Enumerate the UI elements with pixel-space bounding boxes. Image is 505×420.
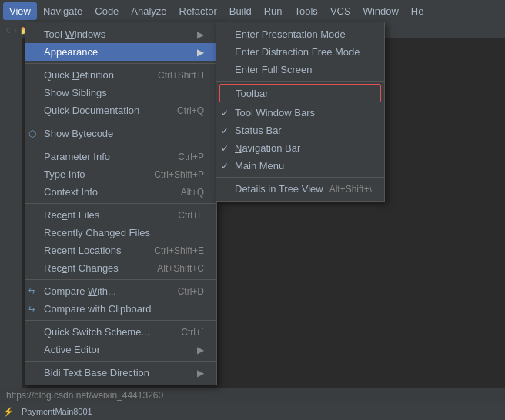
main-menu-label: Main Menu [235,160,284,172]
tool-window-bars-label: Tool Window Bars [235,107,315,118]
parameter-info-shortcut: Ctrl+P [178,152,204,162]
view-menu-quick-definition[interactable]: Quick Definition Ctrl+Shift+I [25,66,216,84]
details-tree-label: Details in Tree View [235,183,323,195]
appearance-submenu: Enter Presentation Mode Enter Distractio… [216,22,385,202]
appearance-main-menu[interactable]: ✓ Main Menu [216,157,384,175]
appearance-separator-1 [216,81,384,82]
compare-with-shortcut: Ctrl+D [178,286,204,297]
compare-icon: ⇆ [28,287,35,295]
active-editor-label: Active Editor [44,344,100,355]
appearance-separator-2 [216,177,384,178]
main-menu-check: ✓ [221,161,229,172]
menu-bar: View Navigate Code Analyze Refactor Buil… [0,0,505,22]
quick-definition-label: Quick Definition [44,69,114,81]
view-menu-type-info[interactable]: Type Info Ctrl+Shift+P [25,165,216,183]
view-menu-context-info[interactable]: Context Info Alt+Q [25,183,216,201]
menu-item-code[interactable]: Code [89,2,125,20]
menu-item-help[interactable]: He [405,2,430,20]
menu-item-run[interactable]: Run [258,2,289,20]
compare-clipboard-label: Compare with Clipboard [44,303,151,315]
full-screen-label: Enter Full Screen [235,64,312,75]
context-info-label: Context Info [44,186,98,198]
view-menu-bidi-text[interactable]: Bidi Text Base Direction ▶ [25,364,216,382]
type-info-shortcut: Ctrl+Shift+P [154,169,204,180]
recent-files-label: Recent Files [44,209,99,221]
appearance-full-screen[interactable]: Enter Full Screen [216,61,384,78]
recent-changes-shortcut: Alt+Shift+C [157,263,204,274]
view-menu-compare-clipboard[interactable]: ⇆ Compare with Clipboard [25,300,216,318]
recent-locations-shortcut: Ctrl+Shift+E [154,245,204,256]
recently-changed-label: Recently Changed Files [44,227,150,238]
separator-4 [25,203,216,204]
appearance-presentation-mode[interactable]: Enter Presentation Mode [216,25,384,43]
status-bar-check: ✓ [221,125,229,136]
quick-switch-shortcut: Ctrl+` [181,327,204,338]
recent-changes-label: Recent Changes [44,262,119,274]
bidi-text-label: Bidi Text Base Direction [44,367,149,378]
separator-2 [25,122,216,122]
arrow-icon: ▶ [197,47,204,58]
appearance-distraction-free[interactable]: Enter Distraction Free Mode [216,43,384,61]
appearance-label: Appearance [44,46,98,58]
view-menu-recently-changed[interactable]: Recently Changed Files [25,224,216,242]
view-menu-tool-windows[interactable]: Tool Windows ▶ [25,25,216,43]
menu-item-tools[interactable]: Tools [289,2,324,20]
menu-item-vcs[interactable]: VCS [324,2,357,20]
quick-documentation-label: Quick Documentation [44,105,139,116]
presentation-mode-label: Enter Presentation Mode [235,28,346,40]
separator-3 [25,145,216,145]
menu-item-view[interactable]: View [3,2,37,20]
separator-1 [25,63,216,64]
view-menu-recent-files[interactable]: Recent Files Ctrl+E [25,206,216,224]
toolbar-label: Toolbar [236,88,269,99]
menu-item-build[interactable]: Build [223,2,258,20]
view-menu-parameter-info[interactable]: Parameter Info Ctrl+P [25,148,216,165]
recent-files-shortcut: Ctrl+E [178,210,204,221]
menu-item-refactor[interactable]: Refactor [173,2,223,20]
view-menu-active-editor[interactable]: Active Editor ▶ [25,341,216,358]
compare-with-label: Compare With... [44,285,116,297]
navigation-bar-label: Navigation Bar [235,142,300,154]
quick-switch-label: Quick Switch Scheme... [44,326,149,338]
menu-item-analyze[interactable]: Analyze [125,2,172,20]
url-text: https://blog.csdn.net/weixin_44413260 [6,390,163,401]
context-info-shortcut: Alt+Q [181,187,204,198]
appearance-details-tree[interactable]: Details in Tree View Alt+Shift+\ [216,180,384,198]
parameter-info-label: Parameter Info [44,151,110,162]
view-menu-quick-switch[interactable]: Quick Switch Scheme... Ctrl+` [25,323,216,341]
task-bar: ⚡ PaymentMain8001 [0,403,505,420]
view-menu-quick-documentation[interactable]: Quick Documentation Ctrl+Q [25,102,216,119]
task-payment-main[interactable]: PaymentMain8001 [17,405,97,418]
details-tree-shortcut: Alt+Shift+\ [329,184,372,195]
menu-item-navigate[interactable]: Navigate [37,2,89,20]
appearance-tool-window-bars[interactable]: ✓ Tool Window Bars [216,104,384,122]
left-panel [0,38,22,403]
navigation-bar-check: ✓ [221,143,229,154]
separator-6 [25,320,216,321]
appearance-toolbar[interactable]: Toolbar [220,85,380,102]
status-bar-label: Status Bar [235,125,282,136]
show-siblings-label: Show Siblings [44,87,107,98]
task-icon: ⚡ [3,407,14,417]
type-info-label: Type Info [44,168,85,180]
view-menu-show-bytecode[interactable]: ⬡ Show Bytecode [25,125,216,142]
tool-windows-label: Tool Windows [44,28,105,40]
distraction-free-label: Enter Distraction Free Mode [235,46,360,58]
quick-definition-shortcut: Ctrl+Shift+I [158,70,204,81]
appearance-status-bar[interactable]: ✓ Status Bar [216,122,384,139]
separator-5 [25,279,216,280]
view-menu-compare-with[interactable]: ⇆ Compare With... Ctrl+D [25,282,216,300]
recent-locations-label: Recent Locations [44,245,121,256]
view-menu-appearance[interactable]: Appearance ▶ [25,43,216,61]
view-menu-recent-changes[interactable]: Recent Changes Alt+Shift+C [25,259,216,277]
view-menu-show-siblings[interactable]: Show Siblings [25,84,216,102]
toolbar-item-bordered: Toolbar [219,84,381,102]
view-menu-recent-locations[interactable]: Recent Locations Ctrl+Shift+E [25,242,216,259]
appearance-navigation-bar[interactable]: ✓ Navigation Bar [216,139,384,157]
view-menu-dropdown: Tool Windows ▶ Appearance ▶ Quick Defini… [25,22,217,385]
menu-item-window[interactable]: Window [357,2,405,20]
show-bytecode-label: Show Bytecode [44,128,113,139]
url-bar: https://blog.csdn.net/weixin_44413260 [0,388,505,403]
arrow-icon: ▶ [197,29,204,40]
bytecode-icon: ⬡ [28,128,36,139]
